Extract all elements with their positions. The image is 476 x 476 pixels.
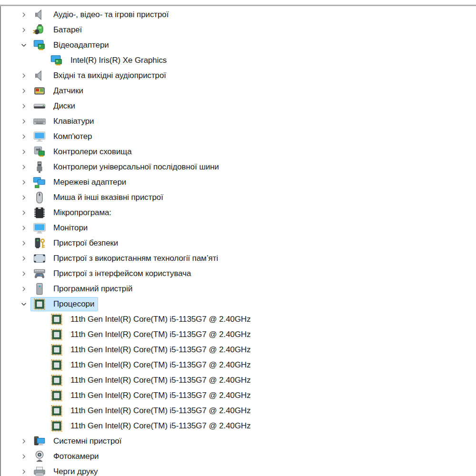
tree-item-label: Відеоадаптери bbox=[53, 40, 109, 50]
chevron-right-icon[interactable] bbox=[20, 239, 28, 247]
tree-item-category[interactable]: Фотокамери bbox=[1, 449, 476, 464]
tree-item-category[interactable]: Черги друку bbox=[1, 464, 476, 476]
chevron-placeholder bbox=[37, 361, 45, 369]
tree-item-leaf[interactable]: Intel(R) Iris(R) Xe Graphics bbox=[1, 53, 476, 68]
tree-item-category[interactable]: Контролери універсальної послідовної шин… bbox=[1, 159, 476, 175]
tree-item-label: Пристрої з використанням технології пам’… bbox=[53, 254, 218, 263]
processor-icon bbox=[50, 389, 63, 402]
tree-item-category[interactable]: Пристрої безпеки bbox=[1, 236, 476, 251]
tree-item-content: Диски bbox=[30, 99, 79, 113]
chevron-right-icon[interactable] bbox=[20, 148, 28, 156]
chevron-right-icon[interactable] bbox=[20, 270, 28, 278]
tree-item-category[interactable]: Програмний пристрій bbox=[1, 281, 476, 297]
tree-item-content: Комп'ютер bbox=[30, 129, 96, 144]
chevron-right-icon[interactable] bbox=[20, 255, 28, 262]
tree-item-category[interactable]: Пристрої з використанням технології пам’… bbox=[1, 251, 476, 266]
printer-icon bbox=[33, 465, 46, 476]
tree-item-category[interactable]: Мікропрограма: bbox=[1, 205, 476, 220]
tree-item-leaf[interactable]: 11th Gen Intel(R) Core(TM) i5-1135G7 @ 2… bbox=[1, 403, 476, 418]
device-tree-panel: Аудіо-, відео- та ігрові пристрої Батаре… bbox=[0, 6, 476, 476]
system-devices-icon bbox=[33, 435, 46, 448]
chevron-right-icon[interactable] bbox=[20, 224, 28, 232]
monitor-icon bbox=[33, 221, 46, 235]
tree-item-leaf[interactable]: 11th Gen Intel(R) Core(TM) i5-1135G7 @ 2… bbox=[1, 357, 476, 373]
tree-item-label: Мережеві адаптери bbox=[53, 178, 126, 187]
tree-item-content: 11th Gen Intel(R) Core(TM) i5-1135G7 @ 2… bbox=[48, 419, 255, 433]
battery-icon bbox=[33, 23, 46, 37]
chevron-placeholder bbox=[37, 331, 45, 338]
tree-item-content: Вхідні та вихідні аудіопристрої bbox=[30, 69, 170, 83]
chevron-down-icon[interactable] bbox=[20, 41, 28, 49]
tree-item-category[interactable]: Клавіатури bbox=[1, 114, 476, 129]
chevron-right-icon[interactable] bbox=[20, 72, 28, 79]
tree-item-category[interactable]: Аудіо-, відео- та ігрові пристрої bbox=[1, 7, 476, 22]
tree-item-content: Миша й інші вказівні пристрої bbox=[30, 190, 167, 205]
chevron-right-icon[interactable] bbox=[20, 437, 28, 445]
tree-item-content: 11th Gen Intel(R) Core(TM) i5-1135G7 @ 2… bbox=[48, 312, 255, 327]
speaker-icon bbox=[33, 69, 46, 82]
tree-item-content: Контролери сховища bbox=[30, 145, 136, 159]
tree-item-category[interactable]: Контролери сховища bbox=[1, 144, 476, 159]
tree-item-leaf[interactable]: 11th Gen Intel(R) Core(TM) i5-1135G7 @ 2… bbox=[1, 312, 476, 327]
network-adapter-icon bbox=[33, 176, 46, 189]
camera-icon bbox=[33, 450, 46, 463]
sensors-icon bbox=[33, 84, 46, 98]
firmware-chip-icon bbox=[33, 206, 46, 219]
tree-item-category[interactable]: Батареї bbox=[1, 22, 476, 38]
chevron-right-icon[interactable] bbox=[20, 118, 28, 125]
chevron-right-icon[interactable] bbox=[20, 468, 28, 476]
tree-item-label: 11th Gen Intel(R) Core(TM) i5-1135G7 @ 2… bbox=[70, 406, 251, 416]
tree-item-category[interactable]: Мережеві адаптери bbox=[1, 175, 476, 190]
chevron-right-icon[interactable] bbox=[20, 102, 28, 110]
tree-item-category[interactable]: Процесори bbox=[1, 297, 476, 312]
chevron-placeholder bbox=[37, 392, 45, 399]
disk-drive-icon bbox=[33, 99, 46, 113]
tree-item-leaf[interactable]: 11th Gen Intel(R) Core(TM) i5-1135G7 @ 2… bbox=[1, 327, 476, 342]
processor-icon bbox=[50, 374, 63, 387]
tree-item-leaf[interactable]: 11th Gen Intel(R) Core(TM) i5-1135G7 @ 2… bbox=[1, 342, 476, 357]
tree-item-label: Мікропрограма: bbox=[53, 208, 111, 218]
tree-item-leaf[interactable]: 11th Gen Intel(R) Core(TM) i5-1135G7 @ 2… bbox=[1, 388, 476, 403]
chevron-right-icon[interactable] bbox=[20, 163, 28, 171]
chevron-right-icon[interactable] bbox=[20, 26, 28, 34]
tree-item-content: Пристрої з використанням технології пам’… bbox=[30, 251, 222, 266]
chevron-right-icon[interactable] bbox=[20, 178, 28, 186]
keyboard-icon bbox=[33, 115, 46, 128]
tree-item-category[interactable]: Пристрої з інтерфейсом користувача bbox=[1, 266, 476, 281]
chevron-right-icon[interactable] bbox=[20, 194, 28, 201]
tree-item-category[interactable]: Комп'ютер bbox=[1, 129, 476, 144]
speaker-icon bbox=[33, 8, 46, 21]
tree-item-content: Аудіо-, відео- та ігрові пристрої bbox=[30, 8, 172, 22]
tree-item-content: Пристрої безпеки bbox=[30, 236, 122, 250]
chevron-right-icon[interactable] bbox=[20, 133, 28, 140]
tree-item-leaf[interactable]: 11th Gen Intel(R) Core(TM) i5-1135G7 @ 2… bbox=[1, 373, 476, 388]
processor-icon bbox=[50, 343, 63, 357]
tree-item-content: Черги друку bbox=[30, 465, 101, 476]
memory-device-icon bbox=[33, 252, 46, 265]
tree-item-content: Датчики bbox=[30, 84, 87, 98]
tree-item-label: Диски bbox=[53, 101, 75, 111]
tree-item-label: Процесори bbox=[53, 299, 94, 309]
tree-item-leaf[interactable]: 11th Gen Intel(R) Core(TM) i5-1135G7 @ 2… bbox=[1, 418, 476, 434]
tree-item-category[interactable]: Системні пристрої bbox=[1, 434, 476, 449]
tree-item-label: Контролери сховища bbox=[53, 147, 132, 157]
tree-item-content: Програмний пристрій bbox=[30, 282, 136, 296]
chevron-down-icon[interactable] bbox=[20, 300, 28, 308]
tree-item-category[interactable]: Датчики bbox=[1, 83, 476, 99]
chevron-right-icon[interactable] bbox=[20, 285, 28, 293]
tree-item-content: Системні пристрої bbox=[30, 434, 125, 448]
tree-item-label: 11th Gen Intel(R) Core(TM) i5-1135G7 @ 2… bbox=[70, 360, 251, 370]
tree-item-category[interactable]: Диски bbox=[1, 99, 476, 114]
chevron-right-icon[interactable] bbox=[20, 11, 28, 19]
tree-item-content: Мережеві адаптери bbox=[30, 175, 130, 189]
tree-item-category[interactable]: Миша й інші вказівні пристрої bbox=[1, 190, 476, 205]
processor-icon bbox=[50, 419, 63, 433]
software-device-icon bbox=[33, 282, 46, 296]
hid-icon bbox=[33, 267, 46, 280]
chevron-right-icon[interactable] bbox=[20, 453, 28, 460]
tree-item-category[interactable]: Відеоадаптери bbox=[1, 38, 476, 53]
chevron-right-icon[interactable] bbox=[20, 87, 28, 95]
chevron-right-icon[interactable] bbox=[20, 209, 28, 217]
tree-item-category[interactable]: Вхідні та вихідні аудіопристрої bbox=[1, 68, 476, 83]
tree-item-category[interactable]: Монітори bbox=[1, 220, 476, 236]
